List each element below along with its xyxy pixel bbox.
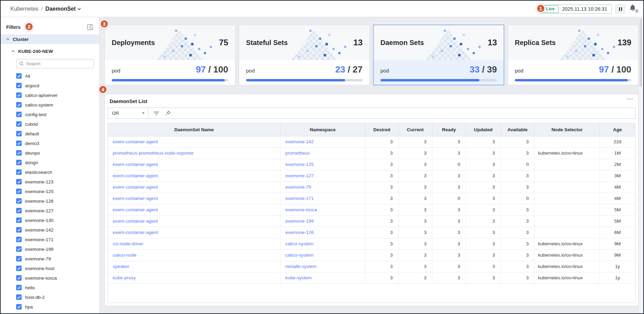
pause-button[interactable]	[615, 4, 625, 14]
card-daemon-sets[interactable]: Daemon Sets 13 pod 33 / 39	[373, 25, 504, 85]
collapse-panel-button[interactable]	[87, 24, 93, 30]
col-header-desired[interactable]: Desired	[365, 123, 399, 136]
checkbox-checked-icon[interactable]	[16, 112, 22, 117]
cell-namespace[interactable]: exemone-tosca	[280, 204, 365, 215]
checkbox-checked-icon[interactable]	[16, 256, 22, 261]
cell-daemonset-name[interactable]: exem-container-agent	[108, 215, 280, 227]
table-row[interactable]: exem-container-agent exemone-79 3 3 3 3 …	[108, 181, 635, 193]
checkbox-checked-icon[interactable]	[16, 179, 22, 184]
cell-namespace[interactable]: exemone-79	[280, 181, 365, 193]
table-row[interactable]: prometheus-prometheus-node-exporter prom…	[108, 147, 635, 159]
namespace-checkbox-item[interactable]: dongri	[16, 159, 99, 166]
namespace-checkbox-item[interactable]: config-test	[16, 111, 99, 117]
namespace-checkbox-item[interactable]: default	[16, 131, 99, 137]
cell-daemonset-name[interactable]: kube-proxy	[108, 272, 280, 283]
cell-daemonset-name[interactable]: exem-container-agent	[108, 181, 280, 193]
page-title-dropdown[interactable]: DaemonSet	[45, 6, 81, 12]
namespace-checkbox-item[interactable]: exemone-123	[16, 179, 99, 185]
window-scrollbar[interactable]	[639, 18, 643, 313]
search-input[interactable]	[26, 61, 91, 66]
pin-icon[interactable]	[165, 110, 171, 116]
checkbox-checked-icon[interactable]	[16, 246, 22, 252]
card-stateful-sets[interactable]: Stateful Sets 13 pod 23 / 27	[239, 25, 370, 85]
cell-namespace[interactable]: exemone-127	[280, 170, 365, 181]
namespace-checkbox-item[interactable]: exemone-125	[16, 188, 99, 194]
checkbox-checked-icon[interactable]	[16, 160, 22, 165]
namespace-checkbox-item[interactable]: demo3	[16, 140, 99, 146]
namespace-checkbox-item[interactable]: host-db-2	[16, 294, 99, 300]
table-row[interactable]: kube-proxy kube-system 3 3 3 3 3 kuberne…	[108, 272, 635, 283]
cell-namespace[interactable]: prometheus	[280, 147, 365, 159]
col-header-updated[interactable]: Updated	[466, 123, 501, 136]
namespace-checkbox-item[interactable]: devops	[16, 150, 99, 156]
cell-daemonset-name[interactable]: exem-container-agent	[108, 227, 280, 238]
card-replica-sets[interactable]: Replica Sets 139 pod 97 / 100	[508, 25, 639, 85]
namespace-checkbox-item[interactable]: calico-apiserver	[16, 92, 99, 98]
card-deployments[interactable]: Deployments 75 pod 97 / 100	[104, 25, 235, 85]
namespace-checkbox-item[interactable]: exemone-142	[16, 227, 99, 233]
table-row[interactable]: exem-container-agent exemone-199 3 3 3 3…	[108, 215, 635, 227]
table-row[interactable]: calico-node calico-system 3 3 3 3 3 kube…	[108, 249, 635, 261]
cell-namespace[interactable]: exemone-199	[280, 215, 365, 227]
cell-daemonset-name[interactable]: speaker	[108, 261, 280, 272]
table-row[interactable]: exem-container-agent exemone-tosca 3 3 3…	[108, 204, 635, 215]
cell-daemonset-name[interactable]: prometheus-prometheus-node-exporter	[108, 147, 280, 159]
filter-list-icon[interactable]	[153, 111, 159, 116]
table-row[interactable]: csi-node-driver calico-system 3 3 3 3 3 …	[108, 238, 635, 249]
cell-namespace[interactable]: exemone-142	[280, 136, 365, 147]
checkbox-checked-icon[interactable]	[16, 266, 22, 271]
table-row[interactable]: exem-container-agent exemone-125 3 3 0 3…	[108, 159, 635, 170]
cluster-node[interactable]: KUBE-240-NEW	[1, 47, 99, 56]
table-row[interactable]: speaker metallb-system 3 3 3 3 3 kuberne…	[108, 261, 635, 272]
notifications-button[interactable]: 0	[629, 4, 638, 14]
filter-operator-select[interactable]: OR	[108, 108, 148, 119]
cell-namespace[interactable]: kube-system	[280, 272, 365, 283]
checkbox-checked-icon[interactable]	[16, 217, 22, 223]
cell-daemonset-name[interactable]: exem-container-agent	[108, 136, 280, 147]
namespace-checkbox-item[interactable]: hello	[16, 284, 99, 291]
namespace-checkbox-item[interactable]: hpa	[16, 304, 99, 310]
namespace-checkbox-item[interactable]: elasticsearch	[16, 169, 99, 175]
scrollbar-thumb[interactable]	[640, 18, 642, 87]
namespace-checkbox-item[interactable]: argocd	[16, 82, 99, 89]
namespace-checkbox-item[interactable]: exemone-host	[16, 265, 99, 271]
checkbox-checked-icon[interactable]	[16, 304, 22, 310]
checkbox-checked-icon[interactable]	[16, 189, 22, 194]
namespace-checkbox-item[interactable]: exemone-126	[16, 198, 99, 204]
namespace-checkbox-item[interactable]: calico-system	[16, 102, 99, 108]
live-time-box[interactable]: Live 2025.11.13 10:26:31	[540, 4, 612, 14]
checkbox-checked-icon[interactable]	[16, 294, 22, 300]
cell-daemonset-name[interactable]: exem-container-agent	[108, 204, 280, 215]
cell-namespace[interactable]: calico-system	[280, 249, 365, 261]
namespace-checkbox-item[interactable]: exemone-79	[16, 256, 99, 262]
cell-namespace[interactable]: exemone-126	[280, 227, 365, 238]
cell-daemonset-name[interactable]: calico-node	[108, 249, 280, 261]
col-header-current[interactable]: Current	[398, 123, 432, 136]
checkbox-checked-icon[interactable]	[16, 131, 22, 136]
table-row[interactable]: exem-container-agent exemone-142 3 3 3 3…	[108, 136, 635, 147]
checkbox-checked-icon[interactable]	[16, 73, 22, 79]
checkbox-checked-icon[interactable]	[16, 150, 22, 156]
col-header-namespace[interactable]: Namespace	[280, 123, 365, 136]
checkbox-checked-icon[interactable]	[16, 237, 22, 242]
col-header-name[interactable]: DaemonSet Name	[108, 123, 280, 136]
checkbox-checked-icon[interactable]	[16, 198, 22, 204]
checkbox-checked-icon[interactable]	[16, 92, 22, 98]
cell-namespace[interactable]: exemone-125	[280, 159, 365, 170]
namespace-checkbox-item[interactable]: exemone-199	[16, 246, 99, 252]
checkbox-checked-icon[interactable]	[16, 169, 22, 175]
checkbox-checked-icon[interactable]	[16, 102, 22, 108]
namespace-checkbox-item[interactable]: exemone-tosca	[16, 275, 99, 281]
checkbox-checked-icon[interactable]	[16, 275, 22, 281]
cell-namespace[interactable]: exemone-171	[280, 193, 365, 204]
table-row[interactable]: exem-container-agent exemone-127 3 3 3 3…	[108, 170, 635, 181]
cell-namespace[interactable]: metallb-system	[280, 261, 365, 272]
table-row[interactable]: exem-container-agent exemone-126 3 3 3 3…	[108, 227, 635, 238]
cell-namespace[interactable]: calico-system	[280, 238, 365, 249]
cell-daemonset-name[interactable]: exem-container-agent	[108, 159, 280, 170]
namespace-checkbox-item[interactable]: cubrid	[16, 121, 99, 127]
namespace-checkbox-item[interactable]: exemone-171	[16, 236, 99, 243]
more-options-icon[interactable]	[627, 98, 633, 100]
col-header-node-selector[interactable]: Node Selector	[534, 123, 600, 136]
col-header-age[interactable]: Age	[600, 123, 635, 136]
